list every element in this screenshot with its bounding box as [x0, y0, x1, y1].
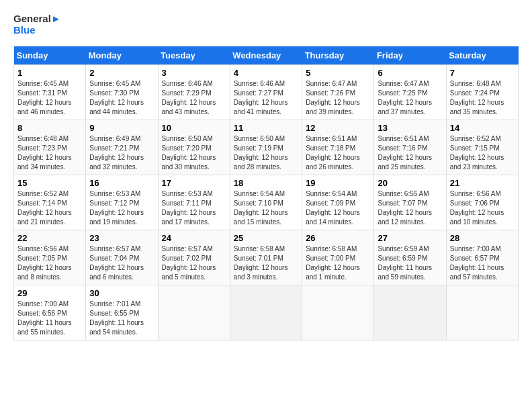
weekday-header: Monday [86, 46, 158, 65]
day-info: Sunrise: 6:48 AM Sunset: 7:23 PM Dayligh… [17, 134, 82, 172]
day-info: Sunrise: 6:58 AM Sunset: 7:01 PM Dayligh… [234, 244, 298, 282]
calendar-week-row: 29Sunrise: 7:00 AM Sunset: 6:56 PM Dayli… [14, 285, 519, 340]
calendar-cell: 10Sunrise: 6:50 AM Sunset: 7:20 PM Dayli… [158, 120, 230, 175]
day-number: 6 [378, 68, 442, 78]
day-info: Sunrise: 6:46 AM Sunset: 7:29 PM Dayligh… [162, 79, 226, 117]
day-number: 14 [450, 123, 515, 133]
day-number: 26 [306, 233, 370, 243]
day-number: 10 [162, 123, 226, 133]
logo-text-blue: Blue [13, 25, 61, 36]
calendar-cell: 20Sunrise: 6:55 AM Sunset: 7:07 PM Dayli… [374, 175, 446, 230]
day-number: 5 [306, 68, 370, 78]
day-info: Sunrise: 6:56 AM Sunset: 7:05 PM Dayligh… [17, 244, 82, 282]
calendar-week-row: 22Sunrise: 6:56 AM Sunset: 7:05 PM Dayli… [14, 230, 519, 285]
day-info: Sunrise: 6:57 AM Sunset: 7:02 PM Dayligh… [162, 244, 226, 282]
calendar-cell: 28Sunrise: 7:00 AM Sunset: 6:57 PM Dayli… [446, 230, 518, 285]
logo: General► Blue [13, 13, 61, 36]
day-number: 22 [17, 233, 82, 243]
calendar-cell: 2Sunrise: 6:45 AM Sunset: 7:30 PM Daylig… [86, 65, 158, 120]
calendar-cell: 24Sunrise: 6:57 AM Sunset: 7:02 PM Dayli… [158, 230, 230, 285]
day-number: 20 [378, 178, 442, 188]
day-number: 30 [89, 288, 154, 298]
calendar-cell: 4Sunrise: 6:46 AM Sunset: 7:27 PM Daylig… [230, 65, 302, 120]
day-info: Sunrise: 6:47 AM Sunset: 7:26 PM Dayligh… [306, 79, 370, 117]
day-number: 3 [162, 68, 226, 78]
day-info: Sunrise: 6:53 AM Sunset: 7:12 PM Dayligh… [89, 189, 154, 227]
calendar-cell [158, 285, 230, 340]
calendar-cell: 19Sunrise: 6:54 AM Sunset: 7:09 PM Dayli… [302, 175, 374, 230]
calendar-cell: 17Sunrise: 6:53 AM Sunset: 7:11 PM Dayli… [158, 175, 230, 230]
day-info: Sunrise: 6:48 AM Sunset: 7:24 PM Dayligh… [450, 79, 515, 117]
day-number: 1 [17, 68, 82, 78]
page-header: General► Blue [13, 13, 519, 36]
day-info: Sunrise: 6:55 AM Sunset: 7:07 PM Dayligh… [378, 189, 442, 227]
calendar-cell [374, 285, 446, 340]
calendar-cell: 11Sunrise: 6:50 AM Sunset: 7:19 PM Dayli… [230, 120, 302, 175]
calendar-cell: 13Sunrise: 6:51 AM Sunset: 7:16 PM Dayli… [374, 120, 446, 175]
day-info: Sunrise: 6:47 AM Sunset: 7:25 PM Dayligh… [378, 79, 442, 117]
calendar-cell: 27Sunrise: 6:59 AM Sunset: 6:59 PM Dayli… [374, 230, 446, 285]
day-info: Sunrise: 6:57 AM Sunset: 7:04 PM Dayligh… [89, 244, 154, 282]
calendar-cell: 12Sunrise: 6:51 AM Sunset: 7:18 PM Dayli… [302, 120, 374, 175]
calendar-cell: 8Sunrise: 6:48 AM Sunset: 7:23 PM Daylig… [14, 120, 86, 175]
day-number: 23 [89, 233, 154, 243]
day-number: 7 [450, 68, 515, 78]
day-info: Sunrise: 7:00 AM Sunset: 6:57 PM Dayligh… [450, 244, 515, 282]
day-info: Sunrise: 6:58 AM Sunset: 7:00 PM Dayligh… [306, 244, 370, 282]
calendar-cell: 7Sunrise: 6:48 AM Sunset: 7:24 PM Daylig… [446, 65, 518, 120]
day-number: 11 [234, 123, 298, 133]
calendar-cell: 1Sunrise: 6:45 AM Sunset: 7:31 PM Daylig… [14, 65, 86, 120]
day-info: Sunrise: 7:00 AM Sunset: 6:56 PM Dayligh… [17, 300, 82, 337]
calendar-week-row: 15Sunrise: 6:52 AM Sunset: 7:14 PM Dayli… [14, 175, 519, 230]
day-number: 15 [17, 178, 82, 188]
calendar-table: SundayMondayTuesdayWednesdayThursdayFrid… [13, 46, 519, 340]
calendar-cell [302, 285, 374, 340]
calendar-cell: 5Sunrise: 6:47 AM Sunset: 7:26 PM Daylig… [302, 65, 374, 120]
calendar-cell [230, 285, 302, 340]
day-info: Sunrise: 6:51 AM Sunset: 7:18 PM Dayligh… [306, 134, 370, 172]
day-number: 2 [89, 68, 154, 78]
day-info: Sunrise: 6:49 AM Sunset: 7:21 PM Dayligh… [89, 134, 154, 172]
calendar-cell: 15Sunrise: 6:52 AM Sunset: 7:14 PM Dayli… [14, 175, 86, 230]
day-number: 17 [162, 178, 226, 188]
weekday-header: Wednesday [230, 46, 302, 65]
calendar-week-row: 8Sunrise: 6:48 AM Sunset: 7:23 PM Daylig… [14, 120, 519, 175]
weekday-header: Tuesday [158, 46, 230, 65]
day-info: Sunrise: 6:54 AM Sunset: 7:09 PM Dayligh… [306, 189, 370, 227]
day-info: Sunrise: 6:50 AM Sunset: 7:19 PM Dayligh… [234, 134, 298, 172]
weekday-header: Friday [374, 46, 446, 65]
day-number: 21 [450, 178, 515, 188]
day-info: Sunrise: 6:45 AM Sunset: 7:31 PM Dayligh… [17, 79, 82, 117]
day-number: 4 [234, 68, 298, 78]
day-info: Sunrise: 6:54 AM Sunset: 7:10 PM Dayligh… [234, 189, 298, 227]
calendar-cell: 25Sunrise: 6:58 AM Sunset: 7:01 PM Dayli… [230, 230, 302, 285]
calendar-cell [446, 285, 518, 340]
calendar-cell: 21Sunrise: 6:56 AM Sunset: 7:06 PM Dayli… [446, 175, 518, 230]
weekday-header: Sunday [14, 46, 86, 65]
day-info: Sunrise: 6:52 AM Sunset: 7:14 PM Dayligh… [17, 189, 82, 227]
weekday-header: Saturday [446, 46, 518, 65]
weekday-header: Thursday [302, 46, 374, 65]
day-number: 8 [17, 123, 82, 133]
logo-text-general: General► [13, 13, 61, 25]
day-info: Sunrise: 6:51 AM Sunset: 7:16 PM Dayligh… [378, 134, 442, 172]
calendar-cell: 26Sunrise: 6:58 AM Sunset: 7:00 PM Dayli… [302, 230, 374, 285]
day-number: 12 [306, 123, 370, 133]
weekday-header-row: SundayMondayTuesdayWednesdayThursdayFrid… [14, 46, 519, 65]
day-info: Sunrise: 6:50 AM Sunset: 7:20 PM Dayligh… [162, 134, 226, 172]
day-info: Sunrise: 6:53 AM Sunset: 7:11 PM Dayligh… [162, 189, 226, 227]
day-number: 13 [378, 123, 442, 133]
day-info: Sunrise: 6:59 AM Sunset: 6:59 PM Dayligh… [378, 244, 442, 282]
day-info: Sunrise: 7:01 AM Sunset: 6:55 PM Dayligh… [89, 300, 154, 337]
day-number: 27 [378, 233, 442, 243]
calendar-cell: 18Sunrise: 6:54 AM Sunset: 7:10 PM Dayli… [230, 175, 302, 230]
calendar-cell: 3Sunrise: 6:46 AM Sunset: 7:29 PM Daylig… [158, 65, 230, 120]
day-number: 19 [306, 178, 370, 188]
calendar-cell: 6Sunrise: 6:47 AM Sunset: 7:25 PM Daylig… [374, 65, 446, 120]
calendar-cell: 29Sunrise: 7:00 AM Sunset: 6:56 PM Dayli… [14, 285, 86, 340]
day-number: 28 [450, 233, 515, 243]
calendar-cell: 9Sunrise: 6:49 AM Sunset: 7:21 PM Daylig… [86, 120, 158, 175]
day-number: 25 [234, 233, 298, 243]
calendar-week-row: 1Sunrise: 6:45 AM Sunset: 7:31 PM Daylig… [14, 65, 519, 120]
day-number: 29 [17, 288, 82, 298]
